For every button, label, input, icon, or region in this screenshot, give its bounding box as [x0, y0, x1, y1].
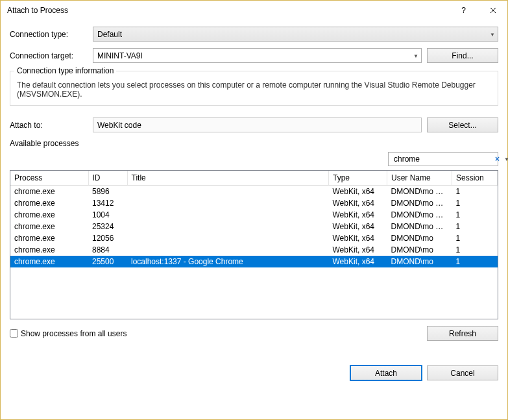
cell-title [127, 244, 329, 256]
cell-session: 1 [452, 232, 498, 244]
cell-process: chrome.exe [10, 232, 88, 244]
cell-process: chrome.exe [10, 209, 88, 221]
show-all-users-checkbox[interactable]: Show processes from all users [10, 329, 127, 338]
window-title: Attach to Process [7, 6, 449, 15]
filter-input[interactable] [393, 154, 492, 164]
attach-to-value: WebKit code [97, 121, 141, 130]
available-processes-label: Available processes [10, 139, 498, 148]
cell-type: WebKit, x64 [329, 256, 387, 267]
col-user[interactable]: User Name [387, 171, 452, 186]
cell-id: 12056 [88, 232, 127, 244]
refresh-button[interactable]: Refresh [427, 326, 498, 341]
cell-user: DMOND\mo … [387, 221, 452, 232]
attach-to-label: Attach to: [10, 121, 88, 130]
connection-type-value: Default [97, 30, 122, 39]
dialog-footer: Attach Cancel [10, 347, 498, 380]
connection-target-value: MININT-VA9I [97, 51, 143, 60]
cell-id: 25324 [88, 221, 127, 232]
col-process[interactable]: Process [10, 171, 88, 186]
connection-type-label: Connection type: [10, 30, 88, 39]
cell-process: chrome.exe [10, 221, 88, 232]
clear-filter-icon[interactable]: × [492, 154, 502, 164]
show-all-users-input[interactable] [10, 329, 18, 338]
connection-info-group: Connection type information The default … [10, 71, 498, 106]
cell-user: DMOND\mo [387, 244, 452, 256]
available-processes-section: Available processes × ▼ Process [10, 139, 498, 341]
cell-session: 1 [452, 256, 498, 267]
cell-id: 8884 [88, 244, 127, 256]
table-row[interactable]: chrome.exe8884WebKit, x64DMOND\mo1 [10, 244, 498, 256]
table-header-row: Process ID Title Type User Name Session [10, 171, 498, 186]
table-row[interactable]: chrome.exe5896WebKit, x64DMOND\mo …1 [10, 186, 498, 198]
cell-user: DMOND\mo [387, 256, 452, 267]
cell-process: chrome.exe [10, 197, 88, 209]
cell-type: WebKit, x64 [329, 232, 387, 244]
cell-type: WebKit, x64 [329, 186, 387, 198]
cell-user: DMOND\mo … [387, 186, 452, 198]
connection-info-title: Connection type information [14, 66, 116, 75]
connection-target-label: Connection target: [10, 51, 88, 60]
cell-title [127, 197, 329, 209]
cell-title [127, 186, 329, 198]
cell-user: DMOND\mo … [387, 209, 452, 221]
table-row[interactable]: chrome.exe13412WebKit, x64DMOND\mo …1 [10, 197, 498, 209]
table-row[interactable]: chrome.exe25324WebKit, x64DMOND\mo …1 [10, 221, 498, 232]
cell-id: 25500 [88, 256, 127, 267]
attach-to-process-dialog: Attach to Process ? Connection type: Def… [0, 0, 508, 420]
cell-title: localhost:1337 - Google Chrome [127, 256, 329, 267]
cell-type: WebKit, x64 [329, 209, 387, 221]
cell-process: chrome.exe [10, 186, 88, 198]
table-row[interactable]: chrome.exe1004WebKit, x64DMOND\mo …1 [10, 209, 498, 221]
col-type[interactable]: Type [329, 171, 387, 186]
cell-session: 1 [452, 221, 498, 232]
content: Connection type: Default ▼ Connection ta… [1, 20, 507, 419]
chevron-down-icon: ▼ [413, 53, 418, 58]
col-title[interactable]: Title [127, 171, 329, 186]
cell-title [127, 209, 329, 221]
cell-type: WebKit, x64 [329, 221, 387, 232]
cell-session: 1 [452, 244, 498, 256]
cell-title [127, 221, 329, 232]
connection-info-body: The default connection lets you select p… [10, 80, 498, 105]
close-icon [490, 7, 496, 14]
show-all-users-label: Show processes from all users [21, 329, 127, 338]
connection-type-select[interactable]: Default ▼ [93, 27, 498, 42]
col-id[interactable]: ID [88, 171, 127, 186]
help-button[interactable]: ? [449, 1, 478, 20]
cancel-button[interactable]: Cancel [427, 365, 498, 380]
cell-user: DMOND\mo [387, 232, 452, 244]
close-button[interactable] [478, 1, 507, 20]
cell-session: 1 [452, 186, 498, 198]
select-button[interactable]: Select... [427, 117, 498, 132]
attach-to-field: WebKit code [93, 117, 422, 132]
filter-box: × ▼ [388, 152, 498, 166]
cell-id: 5896 [88, 186, 127, 198]
cell-title [127, 232, 329, 244]
table-row[interactable]: chrome.exe25500localhost:1337 - Google C… [10, 256, 498, 267]
connection-target-select[interactable]: MININT-VA9I ▼ [93, 48, 422, 63]
table-row[interactable]: chrome.exe12056WebKit, x64DMOND\mo1 [10, 232, 498, 244]
cell-type: WebKit, x64 [329, 197, 387, 209]
titlebar: Attach to Process ? [1, 1, 507, 20]
cell-type: WebKit, x64 [329, 244, 387, 256]
cell-session: 1 [452, 197, 498, 209]
cell-user: DMOND\mo … [387, 197, 452, 209]
cell-session: 1 [452, 209, 498, 221]
find-button[interactable]: Find... [427, 48, 498, 63]
cell-process: chrome.exe [10, 256, 88, 267]
attach-button[interactable]: Attach [350, 365, 422, 380]
cell-id: 1004 [88, 209, 127, 221]
chevron-down-icon: ▼ [490, 31, 495, 37]
help-icon: ? [461, 6, 466, 15]
cell-process: chrome.exe [10, 244, 88, 256]
cell-id: 13412 [88, 197, 127, 209]
chevron-down-icon[interactable]: ▼ [502, 156, 508, 162]
process-grid: Process ID Title Type User Name Session … [10, 170, 498, 319]
col-session[interactable]: Session [452, 171, 498, 186]
